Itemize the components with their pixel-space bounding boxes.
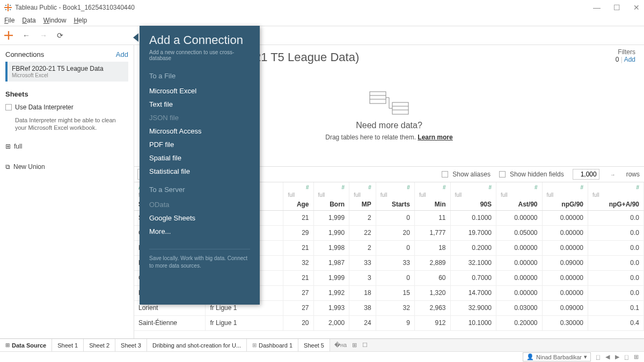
svg-rect-2 <box>5 5 6 6</box>
grid-icon: ⊞ <box>5 143 11 150</box>
tab-sheet1[interactable]: Sheet 1 <box>52 339 84 351</box>
row-count-arrow[interactable]: → <box>608 172 618 178</box>
svg-rect-1 <box>4 7 12 8</box>
connections-label: Connections <box>5 50 44 58</box>
to-a-file-label: To a File <box>149 72 250 80</box>
conn-opt-google-sheets[interactable]: Google Sheets <box>149 211 250 225</box>
learn-more-link[interactable]: Learn more <box>418 134 452 141</box>
rows-label: rows <box>626 171 640 178</box>
minimize-button[interactable]: — <box>593 4 601 11</box>
row-count-input[interactable] <box>573 169 599 180</box>
need-more-data-label: Need more data? <box>356 121 422 130</box>
forward-button[interactable]: → <box>40 31 47 40</box>
svg-rect-3 <box>10 5 11 6</box>
menubar: File Data Window Help <box>0 15 644 26</box>
add-connection-link[interactable]: Add <box>116 50 128 58</box>
new-union-button[interactable]: ⧉ New Union <box>5 163 128 171</box>
tableau-home-icon[interactable] <box>4 31 13 40</box>
menu-file[interactable]: File <box>4 17 14 24</box>
svg-rect-5 <box>10 9 11 10</box>
to-a-server-label: To a Server <box>149 186 250 194</box>
conn-opt-excel[interactable]: Microsoft Excel <box>149 84 250 98</box>
panel-title: Add a Connection <box>149 33 250 47</box>
conn-opt-access[interactable]: Microsoft Access <box>149 124 250 138</box>
checkbox-icon <box>5 104 12 110</box>
refresh-button[interactable]: ⟳ <box>57 31 63 40</box>
svg-rect-8 <box>370 92 386 104</box>
filters-label: Filters <box>616 48 635 56</box>
menu-help[interactable]: Help <box>74 17 87 24</box>
connection-name: FBRef 2020-21 T5 League Data <box>12 65 124 72</box>
datasource-tab-icon: ⊞ <box>5 342 10 348</box>
titlebar: Tableau Public - Book1_16254310340440 — … <box>0 0 644 15</box>
conn-opt-odata[interactable]: OData <box>149 198 250 211</box>
conn-opt-text[interactable]: Text file <box>149 98 250 111</box>
svg-rect-11 <box>392 102 408 114</box>
tab-sheet2[interactable]: Sheet 2 <box>84 339 115 351</box>
table-row: Saint-Étiennefr Ligue 1202,00024991210.1… <box>134 315 644 330</box>
back-button[interactable]: ← <box>23 31 30 40</box>
union-icon: ⧉ <box>5 163 10 171</box>
status-nav-last[interactable]: ⎕ <box>625 354 628 360</box>
conn-opt-spatial[interactable]: Spatial file <box>149 151 250 165</box>
drag-hint: Drag tables here to relate them. Learn m… <box>325 134 452 141</box>
worksheet-tabs: ⊞Data Source Sheet 1 Sheet 2 Sheet 3 Dri… <box>0 338 644 351</box>
statusbar: 👤 Ninad Barbadikar ▾ ⎕ ◀ ▶ ⎕ ⊞ <box>0 351 644 362</box>
tab-sheet3[interactable]: Sheet 3 <box>115 339 147 351</box>
sheets-label: Sheets <box>5 90 128 98</box>
use-data-interpreter-checkbox[interactable]: Use Data Interpreter <box>5 104 128 111</box>
tab-data-source[interactable]: ⊞Data Source <box>0 339 52 351</box>
conn-opt-json[interactable]: JSON file <box>149 111 250 124</box>
tab-dribbling[interactable]: Dribbing and shot-creation for U... <box>147 339 247 351</box>
filters-count: 0 <box>616 56 619 63</box>
tab-sheet5[interactable]: Sheet 5 <box>298 339 330 351</box>
window-title: Tableau Public - Book1_16254310340440 <box>15 4 135 11</box>
new-worksheet-button[interactable]: �на <box>334 342 347 349</box>
interpreter-note: Data Interpreter might be able to clean … <box>15 116 128 132</box>
status-nav-next[interactable]: ▶ <box>615 353 619 360</box>
new-dashboard-button[interactable]: ⊞ <box>352 342 357 349</box>
toolbar: ← → ⟳ <box>0 26 644 45</box>
panel-subtitle: Add a new connection to use cross-databa… <box>149 49 250 61</box>
status-filmstrip[interactable]: ⊞ <box>634 353 639 360</box>
tab-dashboard1[interactable]: ⊞Dashboard 1 <box>247 339 298 351</box>
conn-opt-more[interactable]: More... <box>149 225 250 238</box>
menu-window[interactable]: Window <box>43 17 67 24</box>
tableau-logo-icon <box>4 4 12 11</box>
menu-data[interactable]: Data <box>22 17 35 24</box>
panel-footnote: Save locally. Work with big data. Connec… <box>149 249 250 270</box>
connection-item[interactable]: FBRef 2020-21 T5 League Data Microsoft E… <box>5 62 128 82</box>
status-nav1[interactable]: ⎕ <box>596 354 600 360</box>
maximize-button[interactable]: ☐ <box>613 4 620 11</box>
connections-sidebar: Connections Add FBRef 2020-21 T5 League … <box>0 45 134 338</box>
sheet-item-full[interactable]: ⊞ full <box>5 143 128 150</box>
svg-rect-4 <box>5 9 6 10</box>
show-hidden-fields-checkbox[interactable]: Show hidden fields <box>499 171 564 178</box>
add-filter-link[interactable]: Add <box>624 56 635 63</box>
tables-relate-icon <box>368 90 411 116</box>
show-aliases-checkbox[interactable]: Show aliases <box>442 171 491 178</box>
dashboard-tab-icon: ⊞ <box>252 342 257 348</box>
panel-arrow-icon <box>133 33 138 42</box>
user-icon: 👤 <box>526 353 534 360</box>
add-connection-panel: Add a Connection Add a new connection to… <box>140 26 260 305</box>
chevron-down-icon: ▾ <box>584 353 587 360</box>
user-menu[interactable]: 👤 Ninad Barbadikar ▾ <box>523 352 591 361</box>
conn-opt-pdf[interactable]: PDF file <box>149 138 250 151</box>
svg-rect-7 <box>4 35 13 36</box>
conn-opt-statistical[interactable]: Statistical file <box>149 165 250 178</box>
close-button[interactable]: ✕ <box>633 4 640 11</box>
new-story-button[interactable]: ☐ <box>362 342 368 349</box>
status-nav-prev[interactable]: ◀ <box>605 353 610 360</box>
connection-type: Microsoft Excel <box>12 72 124 78</box>
